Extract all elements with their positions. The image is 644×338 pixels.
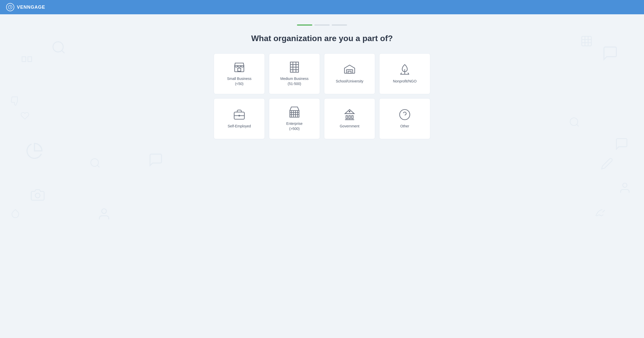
option-small-business[interactable]: Small Business (<50) bbox=[214, 53, 265, 94]
nonprofit-icon bbox=[399, 64, 411, 76]
svg-rect-3 bbox=[22, 57, 26, 62]
svg-point-14 bbox=[623, 183, 627, 187]
svg-rect-30 bbox=[348, 71, 351, 73]
option-nonprofit-ngo[interactable]: Nonprofit/NGO bbox=[379, 53, 430, 94]
school-icon bbox=[343, 64, 356, 76]
svg-rect-4 bbox=[28, 57, 32, 62]
small-business-label: Small Business (<50) bbox=[227, 76, 252, 86]
option-government[interactable]: Government bbox=[324, 98, 375, 139]
svg-point-48 bbox=[349, 111, 350, 112]
svg-point-6 bbox=[102, 209, 106, 213]
svg-rect-45 bbox=[346, 116, 348, 119]
option-medium-business[interactable]: Medium Business (51-500) bbox=[269, 53, 320, 94]
briefcase-icon bbox=[233, 108, 245, 121]
svg-point-1 bbox=[53, 42, 63, 52]
option-school-university[interactable]: School/University bbox=[324, 53, 375, 94]
svg-rect-17 bbox=[238, 68, 241, 71]
logo-icon bbox=[6, 3, 14, 11]
enterprise-icon bbox=[288, 106, 301, 118]
svg-rect-46 bbox=[349, 116, 350, 119]
options-grid: Small Business (<50) bbox=[214, 53, 430, 139]
logo-text: VENNGAGE bbox=[17, 5, 45, 10]
logo: VENNGAGE bbox=[6, 3, 45, 11]
main-content: What organization are you a part of? Sma… bbox=[0, 14, 644, 338]
svg-point-35 bbox=[239, 115, 240, 116]
svg-point-49 bbox=[400, 110, 410, 120]
question-title: What organization are you a part of? bbox=[251, 34, 393, 43]
government-label: Government bbox=[340, 124, 359, 129]
svg-point-7 bbox=[91, 159, 99, 166]
enterprise-label: Enterprise (>500) bbox=[286, 121, 303, 131]
svg-line-2 bbox=[62, 51, 65, 53]
school-university-label: School/University bbox=[336, 79, 363, 84]
svg-point-5 bbox=[35, 193, 40, 198]
option-self-employed[interactable]: Self-Employed bbox=[214, 98, 265, 139]
progress-bar bbox=[297, 25, 347, 26]
header: VENNGAGE bbox=[0, 0, 644, 14]
government-icon bbox=[343, 108, 356, 121]
svg-rect-47 bbox=[352, 116, 353, 119]
option-other[interactable]: Other bbox=[379, 98, 430, 139]
building-icon bbox=[288, 61, 301, 73]
svg-point-15 bbox=[570, 118, 578, 126]
other-icon bbox=[399, 108, 411, 121]
option-enterprise[interactable]: Enterprise (>500) bbox=[269, 98, 320, 139]
progress-step-1 bbox=[297, 25, 312, 26]
progress-step-2 bbox=[314, 25, 330, 26]
medium-business-label: Medium Business (51-500) bbox=[280, 76, 309, 86]
svg-rect-9 bbox=[582, 36, 591, 46]
progress-step-3 bbox=[332, 25, 347, 26]
svg-line-16 bbox=[577, 124, 579, 126]
store-icon bbox=[233, 61, 245, 73]
other-label: Other bbox=[400, 124, 409, 129]
svg-line-8 bbox=[97, 165, 99, 167]
self-employed-label: Self-Employed bbox=[228, 124, 251, 129]
nonprofit-ngo-label: Nonprofit/NGO bbox=[393, 79, 417, 84]
